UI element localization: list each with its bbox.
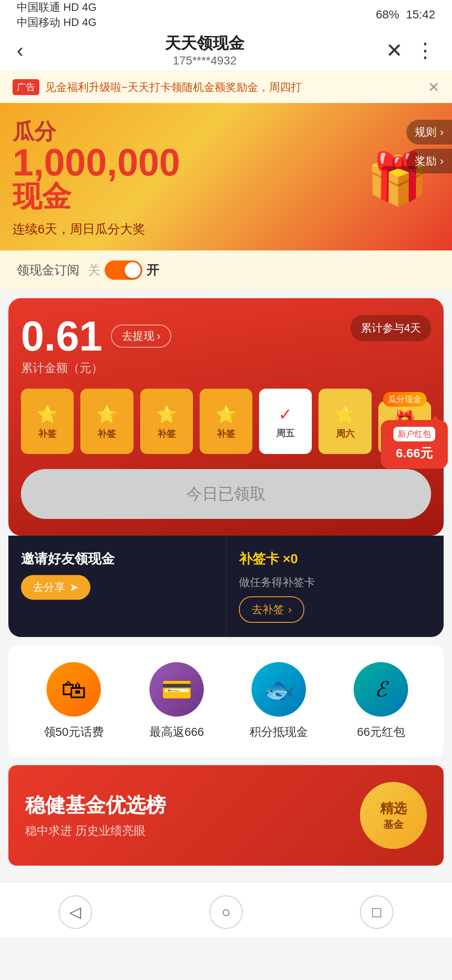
apps-section: 🛍 领50元话费 💳 最高返666 🐟 积分抵现金 ℰ 66元红包 <box>8 645 444 757</box>
day-card-4[interactable]: ⭐ 补签 <box>200 389 252 454</box>
guafen-tag: 瓜分现金 <box>383 392 426 407</box>
hero-subtitle: 连续6天，周日瓜分大奖 <box>13 221 180 238</box>
action-bar: 邀请好友领现金 去分享 ➤ 补签卡 ×0 做任务得补签卡 去补签 › <box>8 536 444 637</box>
toggle-thumb <box>125 262 141 278</box>
days-badge: 累计参与4天 <box>351 315 431 341</box>
day-card-3[interactable]: ⭐ 补签 <box>140 389 193 454</box>
app-item-4[interactable]: ℰ 66元红包 <box>354 662 408 740</box>
subscribe-label: 领现金订阅 <box>17 262 80 279</box>
app-label-1: 领50元话费 <box>44 724 104 740</box>
app-icon-1: 🛍 <box>46 662 101 717</box>
app-item-1[interactable]: 🛍 领50元话费 <box>44 662 104 740</box>
fund-title: 稳健基金优选榜 <box>25 792 166 819</box>
notice-text: 见金福利升级啦~天天打卡领随机金额奖励金，周四打 <box>45 80 424 95</box>
back-button[interactable]: ‹ <box>17 39 23 62</box>
subscribe-row: 领现金订阅 关 开 <box>0 250 452 290</box>
amount-label: 累计金额（元） <box>21 360 171 376</box>
home-nav-button[interactable]: ○ <box>209 895 243 929</box>
invite-title: 邀请好友领现金 <box>21 550 213 568</box>
fund-badge-label1: 精选 <box>380 799 407 818</box>
sign-count: ×0 <box>282 551 298 566</box>
amount-section: 0.61 去提现 › 累计金额（元） <box>21 315 171 376</box>
page-title: 天天领现金 <box>165 33 244 54</box>
day-card-6[interactable]: ⭐ 周六 <box>318 389 371 454</box>
carrier1-type: HD 4G <box>63 1 96 13</box>
day-label-5: 周五 <box>276 427 295 440</box>
day-card-5[interactable]: ✓ 周五 <box>259 389 312 454</box>
withdraw-button[interactable]: 去提现 › <box>111 325 172 348</box>
hero-actions: 规则 › 奖励 › <box>406 120 452 173</box>
days-row: ⭐ 补签 ⭐ 补签 ⭐ 补签 ⭐ 补签 ✓ 周五 ⭐ 周六 瓜分现金 <box>21 389 431 454</box>
day-card-1[interactable]: ⭐ 补签 <box>21 389 74 454</box>
subscribe-toggle[interactable]: 关 开 <box>88 260 159 280</box>
subscribe-on-label: 开 <box>146 262 159 279</box>
app-label-3: 积分抵现金 <box>249 724 308 740</box>
rules-button[interactable]: 规则 › <box>406 120 452 144</box>
amount-display: 0.61 去提现 › <box>21 315 171 357</box>
title-bar: ‹ 天天领现金 175****4932 ✕ ⋮ <box>0 29 452 71</box>
star-icon-2: ⭐ <box>96 405 117 424</box>
redpacket-amount: 6.66元 <box>396 445 433 462</box>
sign-title: 补签卡 ×0 <box>239 550 431 568</box>
back-nav-button[interactable]: ◁ <box>59 895 92 929</box>
fund-badge-label2: 基金 <box>383 818 403 831</box>
invite-section: 邀请好友领现金 去分享 ➤ <box>8 536 226 637</box>
hero-amount: 1,000,000 <box>13 144 180 181</box>
notice-tag: 广告 <box>13 79 39 95</box>
main-card: 0.61 去提现 › 累计金额（元） 累计参与4天 ⭐ 补签 ⭐ 补签 ⭐ 补签 <box>8 298 444 536</box>
sign-desc: 做任务得补签卡 <box>239 575 431 590</box>
title-actions: ✕ ⋮ <box>386 39 435 62</box>
status-right: 68% 15:42 <box>376 8 435 21</box>
star-icon-3: ⭐ <box>156 405 177 424</box>
title-center: 天天领现金 175****4932 <box>165 33 244 67</box>
close-button[interactable]: ✕ <box>386 39 403 62</box>
hero-prefix: 瓜分 <box>13 120 180 144</box>
day-card-2[interactable]: ⭐ 补签 <box>80 389 133 454</box>
star-icon-6: ⭐ <box>335 405 356 424</box>
carrier2-label: 中国移动 <box>17 16 60 28</box>
carrier2-type: HD 4G <box>63 16 96 28</box>
app-icon-4: ℰ <box>354 662 408 717</box>
redpacket-tag: 新户红包 <box>393 427 435 441</box>
star-icon-1: ⭐ <box>37 405 58 424</box>
fund-subtitle: 稳中求进 历史业绩亮眼 <box>25 823 166 839</box>
more-button[interactable]: ⋮ <box>415 39 435 62</box>
hero-left: 瓜分 1,000,000 现金 连续6天，周日瓜分大奖 <box>13 120 180 238</box>
status-bar: 中国联通 HD 4G 中国移动 HD 4G 68% 15:42 <box>0 0 452 29</box>
card-top: 0.61 去提现 › 累计金额（元） 累计参与4天 <box>21 315 431 376</box>
fund-left: 稳健基金优选榜 稳中求进 历史业绩亮眼 <box>25 792 166 839</box>
carrier1-label: 中国联通 <box>17 1 60 13</box>
fund-badge: 精选 基金 <box>360 782 427 849</box>
time-label: 15:42 <box>406 8 435 21</box>
day-label-6: 周六 <box>336 428 354 440</box>
notice-close-button[interactable]: ✕ <box>428 79 439 95</box>
day-label-1: 补签 <box>38 428 56 440</box>
battery-label: 68% <box>376 8 399 21</box>
share-button[interactable]: 去分享 ➤ <box>21 575 90 600</box>
app-item-3[interactable]: 🐟 积分抵现金 <box>249 662 308 740</box>
subscribe-off-label: 关 <box>88 262 100 279</box>
notice-banner: 广告 见金福利升级啦~天天打卡领随机金额奖励金，周四打 ✕ <box>0 71 452 103</box>
app-item-2[interactable]: 💳 最高返666 <box>149 662 204 740</box>
hero-banner: 瓜分 1,000,000 现金 连续6天，周日瓜分大奖 🎁 规则 › 奖励 › <box>0 103 452 250</box>
recent-nav-button[interactable]: □ <box>360 895 393 929</box>
carrier-info: 中国联通 HD 4G 中国移动 HD 4G <box>17 0 97 30</box>
app-icon-2: 💳 <box>149 662 204 717</box>
app-icon-3: 🐟 <box>252 662 306 717</box>
toggle-track[interactable] <box>105 260 142 280</box>
fund-banner[interactable]: 稳健基金优选榜 稳中求进 历史业绩亮眼 精选 基金 <box>8 765 444 866</box>
claim-button: 今日已领取 <box>21 469 431 519</box>
day-label-2: 补签 <box>98 428 116 440</box>
check-icon-5: ✓ <box>278 405 293 424</box>
reward-button[interactable]: 奖励 › <box>406 149 452 173</box>
app-label-4: 66元红包 <box>357 724 405 740</box>
app-label-2: 最高返666 <box>149 724 204 740</box>
sign-section: 补签卡 ×0 做任务得补签卡 去补签 › <box>226 536 444 637</box>
day-label-3: 补签 <box>157 428 176 440</box>
bottom-nav: ◁ ○ □ <box>0 882 452 937</box>
day-label-4: 补签 <box>217 428 235 440</box>
amount-value: 0.61 <box>21 315 103 357</box>
page-subtitle: 175****4932 <box>165 54 244 67</box>
sign-button[interactable]: 去补签 › <box>239 596 305 623</box>
redpacket-popup[interactable]: 新户红包 6.66元 <box>381 420 448 469</box>
